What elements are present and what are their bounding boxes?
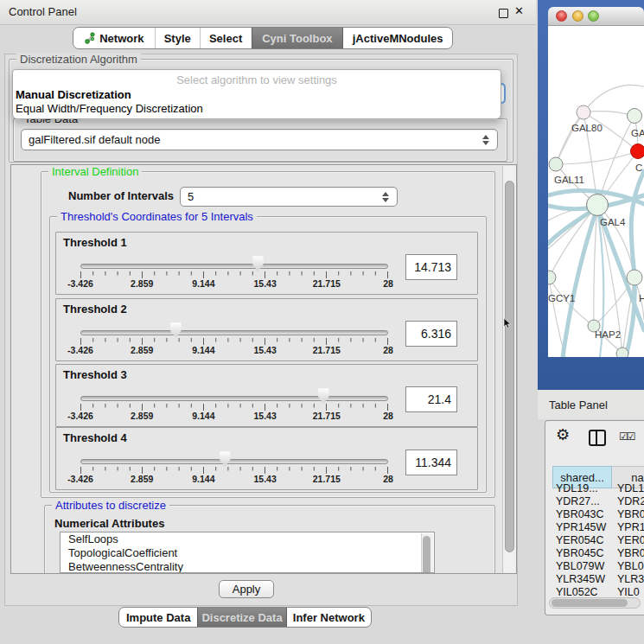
table-data-combobox[interactable]: galFiltered.sif default node (21, 129, 498, 150)
tick-label: 28 (383, 411, 393, 421)
table-row[interactable]: YPR145WYPR1 (552, 521, 644, 534)
tab-jactivemnodules[interactable]: jActiveMNodules (343, 28, 452, 48)
threshold-slider-handle[interactable] (169, 322, 182, 338)
table-row[interactable]: YDR27...YDR2 (552, 495, 644, 508)
algorithm-dropdown-popup: Select algorithm to view settings Manual… (12, 69, 501, 119)
checkbox-icons[interactable]: ☑☑ (619, 430, 634, 443)
table-row[interactable]: YDL19...YDL1 (552, 482, 644, 495)
cell-name: YDL1 (617, 482, 644, 494)
cell-name: YDR2 (617, 495, 644, 507)
node-red[interactable] (631, 144, 644, 159)
cell-shared-name: YBR045C (556, 547, 604, 559)
table-row[interactable]: YER054CYER0 (552, 534, 644, 547)
threshold-slider-handle[interactable] (317, 388, 329, 404)
tick-label: 2.859 (131, 474, 153, 484)
mac-minimize-icon[interactable] (572, 10, 583, 22)
network-icon (84, 32, 96, 44)
table-row[interactable]: YBR045CYBR0 (552, 547, 644, 560)
node-label: GA (631, 128, 644, 138)
tick-label: -3.426 (67, 278, 93, 289)
tick-label: 15.43 (253, 411, 276, 421)
gear-icon[interactable]: ⚙ (556, 425, 570, 443)
tab-select[interactable]: Select (200, 28, 252, 48)
tick-label: 28 (383, 278, 393, 289)
tick-label: 28 (383, 474, 393, 484)
threshold-slider-track[interactable] (80, 330, 388, 335)
list-scrollbar[interactable] (421, 533, 433, 573)
threshold-slider-handle[interactable] (252, 256, 264, 271)
tick-label: 2.859 (131, 345, 153, 355)
network-window-titlebar[interactable] (548, 7, 644, 26)
threshold-value-field[interactable]: 21.4 (405, 386, 457, 412)
mac-zoom-icon[interactable] (588, 10, 599, 22)
table-hscrollbar[interactable] (549, 597, 641, 609)
tab-infer-network[interactable]: Infer Network (287, 608, 371, 627)
cell-shared-name: YDR27... (556, 495, 600, 507)
node-label: C (635, 163, 642, 173)
number-of-intervals-value: 5 (188, 190, 194, 203)
attributes-group-title: Attributes to discretize (52, 499, 169, 512)
tab-impute-data[interactable]: Impute Data (119, 608, 197, 627)
dropdown-option-manual[interactable]: Manual Discretization (16, 88, 131, 101)
threshold-panel: Threshold 4-3.4262.8599.14415.4321.71528… (55, 427, 478, 490)
threshold-label: Threshold 4 (63, 431, 127, 444)
node-bottom[interactable] (616, 348, 628, 357)
tick-label: 2.859 (131, 411, 153, 421)
number-of-intervals-combobox[interactable]: 5 (180, 187, 398, 207)
tick-label: -3.426 (67, 345, 93, 355)
node-gal80[interactable] (577, 105, 590, 119)
tick-label: 2.859 (131, 278, 153, 289)
node-top-right[interactable] (628, 109, 642, 124)
apply-button[interactable]: Apply (219, 580, 274, 598)
threshold-value-field[interactable]: 6.316 (405, 321, 457, 347)
tick-label: 21.715 (313, 345, 341, 355)
algorithm-group-title: Discretization Algorithm (16, 53, 141, 66)
panel-scrollbar[interactable] (502, 166, 517, 573)
tab-discretize-data[interactable]: Discretize Data (197, 608, 286, 627)
cell-name: YPR1 (617, 521, 644, 533)
cell-shared-name: YLR345W (556, 573, 605, 585)
network-canvas[interactable]: GAL80GACGAL11GAL4GCY1HHAP2 (548, 26, 644, 357)
threshold-slider-track[interactable] (80, 396, 388, 401)
cell-name: YBR0 (617, 508, 644, 520)
attribute-list-item[interactable]: SelfLoops (61, 532, 434, 546)
number-of-intervals-label: Number of Intervals (68, 189, 174, 202)
attribute-list-item[interactable]: TopologicalCoefficient (61, 546, 434, 560)
table-row[interactable]: YLR345WYLR3 (552, 573, 644, 586)
close-icon[interactable]: ✕ (514, 4, 524, 17)
float-icon[interactable] (499, 9, 508, 18)
tab-network[interactable]: Network (73, 28, 155, 48)
cell-shared-name: YER054C (556, 534, 604, 546)
node-gal11[interactable] (549, 157, 563, 171)
node-h[interactable] (627, 270, 642, 285)
node-label: HAP2 (595, 329, 621, 340)
cell-name: YBR0 (617, 547, 644, 559)
node-gal4[interactable] (587, 194, 609, 216)
threshold-slider-handle[interactable] (219, 451, 231, 467)
bottom-tab-bar: Impute Data Discretize Data Infer Networ… (118, 607, 372, 628)
dropdown-option-equal-width[interactable]: Equal Width/Frequency Discretization (16, 102, 203, 115)
top-tab-bar: Network Style Select Cyni Toolbox jActiv… (73, 27, 453, 49)
tick-label: -3.426 (67, 411, 93, 421)
tick-label: 21.715 (313, 278, 341, 289)
threshold-panel: Threshold 1-3.4262.8599.14415.4321.71528… (55, 232, 478, 295)
attribute-list-item[interactable]: BetweennessCentrality (61, 560, 434, 573)
tick-label: 9.144 (192, 345, 214, 355)
split-columns-icon[interactable] (589, 430, 606, 446)
threshold-panel: Threshold 3-3.4262.8599.14415.4321.71528… (55, 364, 478, 427)
control-panel-titlebar: Control Panel ✕ (0, 0, 536, 25)
table-data-value: galFiltered.sif default node (29, 133, 160, 146)
node-label: GAL11 (554, 175, 584, 185)
threshold-value-field[interactable]: 11.344 (405, 450, 457, 475)
threshold-slider-track[interactable] (80, 264, 388, 269)
node-gcy1[interactable] (548, 271, 556, 284)
threshold-slider-track[interactable] (80, 459, 388, 464)
tab-style[interactable]: Style (155, 28, 200, 48)
tick-label: 15.43 (253, 474, 276, 484)
mac-close-icon[interactable] (556, 10, 567, 22)
tab-cyni-toolbox[interactable]: Cyni Toolbox (252, 28, 344, 48)
cell-name: YER0 (617, 534, 644, 546)
threshold-value-field[interactable]: 14.713 (405, 254, 457, 280)
table-row[interactable]: YBL079WYBL0 (552, 560, 644, 573)
table-row[interactable]: YBR043CYBR0 (552, 508, 644, 521)
